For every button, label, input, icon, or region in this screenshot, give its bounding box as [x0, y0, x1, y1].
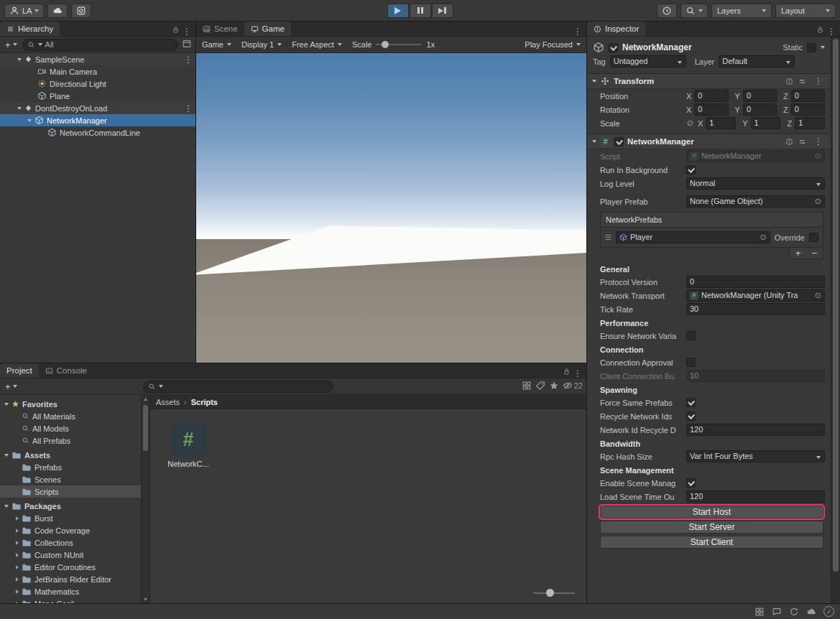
kebab-menu-icon[interactable]: ⋮	[571, 369, 585, 378]
start-client-button[interactable]: Start Client	[600, 536, 823, 549]
rpc-hash-size-dropdown[interactable]: Var Int Four Bytes	[686, 450, 825, 462]
scroll-up-icon[interactable]: ▲	[142, 396, 149, 401]
prefab-object-field[interactable]: Player ⊙	[616, 231, 770, 243]
lock-icon[interactable]	[816, 26, 824, 34]
pause-button[interactable]	[410, 4, 431, 18]
create-asset-button[interactable]: +	[4, 381, 19, 392]
presets-icon[interactable]	[798, 138, 806, 146]
tree-item-directional-light[interactable]: Directional Light	[0, 78, 195, 90]
override-checkbox[interactable]	[809, 233, 818, 242]
layers-dropdown[interactable]: Layers	[711, 4, 772, 18]
breadcrumb-scripts[interactable]: Scripts	[191, 398, 218, 406]
kebab-menu-icon[interactable]: ⋮	[824, 27, 839, 36]
display-dropdown[interactable]: Display 1	[241, 40, 282, 49]
tree-item-networkmanager[interactable]: NetworkManager	[0, 114, 195, 126]
tree-item-all-materials[interactable]: All Materials	[0, 410, 141, 422]
foldout-open-icon[interactable]	[17, 58, 22, 61]
rotation-y-field[interactable]: 0	[743, 103, 777, 116]
foldout-closed-icon[interactable]	[16, 577, 19, 582]
scale-y-field[interactable]: 1	[751, 117, 781, 129]
network-transport-object-field[interactable]: # NetworkManager (Unity Tra ⊙	[686, 289, 825, 302]
foldout-closed-icon[interactable]	[16, 541, 19, 545]
asset-grid[interactable]: # NetworkC...	[150, 409, 586, 603]
tab-scene[interactable]: Scene	[196, 22, 244, 36]
protocol-version-field[interactable]: 0	[686, 276, 825, 288]
start-server-button[interactable]: Start Server	[600, 521, 823, 534]
tree-item-dontdestroyonload[interactable]: DontDestroyOnLoad ⋮	[0, 102, 195, 114]
layout-dropdown[interactable]: Layout	[775, 4, 836, 18]
kebab-menu-icon[interactable]: ⋮	[181, 104, 195, 113]
rotation-z-field[interactable]: 0	[791, 103, 825, 116]
static-checkbox[interactable]	[807, 43, 816, 52]
foldout-closed-icon[interactable]	[16, 590, 19, 594]
game-viewport[interactable]	[196, 53, 586, 363]
help-icon[interactable]	[785, 78, 793, 85]
global-search-button[interactable]	[680, 4, 708, 18]
tree-item-collections[interactable]: Collections	[0, 536, 141, 549]
tree-item-all-models[interactable]: All Models	[0, 422, 141, 434]
status-refresh-icon[interactable]	[789, 607, 799, 617]
foldout-closed-icon[interactable]	[16, 516, 19, 521]
progress-complete-icon[interactable]: ✓	[823, 606, 834, 617]
kebab-menu-icon[interactable]: ⋮	[811, 77, 826, 85]
version-control-button[interactable]	[71, 4, 91, 18]
tree-item-scenes[interactable]: Scenes	[0, 473, 141, 485]
component-enabled-checkbox[interactable]	[614, 137, 624, 146]
transform-component-header[interactable]: Transform ⋮	[587, 73, 831, 89]
layer-dropdown[interactable]: Default	[719, 55, 795, 68]
hierarchy-search-input[interactable]: All	[22, 39, 178, 51]
lock-icon[interactable]	[563, 368, 571, 376]
scale-slider[interactable]	[376, 44, 422, 45]
tick-rate-field[interactable]: 30	[686, 303, 825, 315]
status-cloud-icon[interactable]	[806, 607, 816, 617]
foldout-open-icon[interactable]	[4, 403, 9, 406]
network-id-recycle-delay-field[interactable]: 120	[686, 424, 825, 436]
start-host-button[interactable]: Start Host	[600, 506, 823, 518]
position-z-field[interactable]: 0	[791, 90, 825, 102]
tree-item-main-camera[interactable]: Main Camera	[0, 65, 195, 78]
tree-item-favorites[interactable]: Favorites	[0, 398, 141, 410]
tag-dropdown[interactable]: Untagged	[610, 55, 686, 68]
tree-item-code-coverage[interactable]: Code Coverage	[0, 524, 141, 536]
ensure-network-checkbox[interactable]	[686, 331, 696, 340]
log-level-dropdown[interactable]: Normal	[686, 177, 825, 190]
view-mode-dropdown[interactable]: Game	[202, 40, 231, 49]
rotation-x-field[interactable]: 0	[694, 103, 728, 116]
tree-item-burst[interactable]: Burst	[0, 512, 141, 524]
kebab-menu-icon[interactable]: ⋮	[811, 137, 826, 146]
object-picker-icon[interactable]: ⊙	[815, 197, 821, 205]
client-connection-buffer-field[interactable]: 10	[686, 370, 825, 382]
kebab-menu-icon[interactable]: ⋮	[571, 27, 585, 36]
tree-item-jetbrains-rider-editor[interactable]: JetBrains Rider Editor	[0, 573, 141, 585]
hidden-packages-toggle[interactable]: 22	[563, 381, 583, 391]
search-by-type-button[interactable]	[522, 381, 532, 391]
breadcrumb-assets[interactable]: Assets	[156, 398, 180, 406]
foldout-open-icon[interactable]	[4, 454, 9, 457]
tab-console[interactable]: Console	[39, 363, 93, 378]
foldout-open-icon[interactable]	[592, 140, 596, 143]
inspector-scrollbar[interactable]	[831, 37, 840, 603]
status-message-icon[interactable]	[772, 607, 782, 617]
remove-prefab-button[interactable]: −	[806, 248, 823, 259]
tree-item-networkcommandline[interactable]: NetworkCommandLine	[0, 126, 195, 139]
asset-networkcommandline[interactable]: # NetworkC...	[166, 422, 211, 468]
favorite-search-button[interactable]	[549, 381, 559, 391]
scale-slider-knob[interactable]	[382, 41, 389, 48]
tree-item-plane[interactable]: Plane	[0, 90, 195, 102]
search-by-label-button[interactable]	[535, 381, 545, 391]
scrollbar-thumb[interactable]	[833, 39, 839, 572]
tab-game[interactable]: Game	[244, 22, 291, 36]
tree-item-scripts[interactable]: Scripts	[0, 485, 141, 498]
object-picker-icon[interactable]: ⊙	[760, 233, 767, 241]
cloud-services-button[interactable]	[47, 4, 68, 18]
slider-knob[interactable]	[546, 589, 554, 597]
create-object-button[interactable]: +	[4, 39, 19, 50]
position-x-field[interactable]: 0	[694, 90, 728, 102]
run-in-background-checkbox[interactable]	[686, 165, 696, 174]
project-tree-scrollbar[interactable]: ▲ ▼	[141, 395, 150, 603]
tree-item-mono-cecil[interactable]: Mono Cecil	[0, 597, 141, 603]
foldout-open-icon[interactable]	[17, 107, 22, 110]
connection-approval-checkbox[interactable]	[686, 358, 696, 367]
player-prefab-object-field[interactable]: None (Game Object) ⊙	[686, 195, 825, 208]
force-same-prefabs-checkbox[interactable]	[686, 398, 696, 407]
